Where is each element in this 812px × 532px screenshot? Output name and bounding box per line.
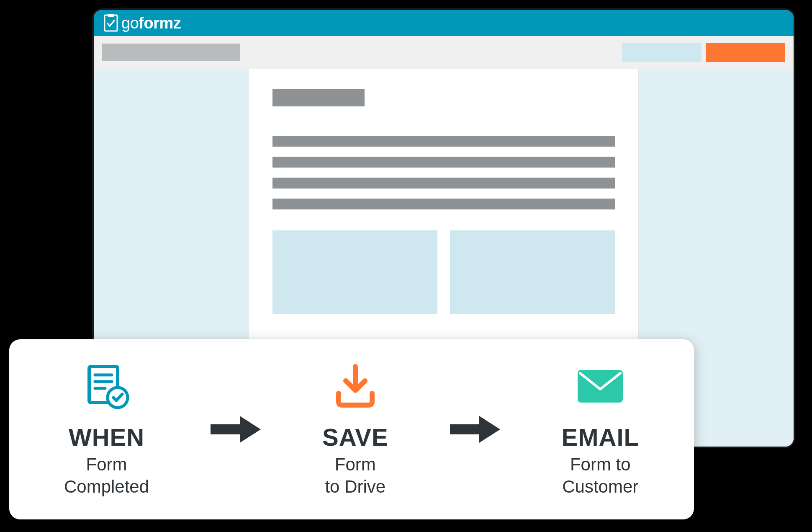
toolbar-button-primary[interactable] [706, 43, 785, 62]
form-box-row [272, 230, 615, 314]
step-title: WHEN [69, 423, 144, 451]
form-logo-icon [104, 14, 118, 32]
form-text-line [272, 178, 615, 189]
svg-rect-0 [105, 15, 117, 31]
workflow-step-save: SAVE Form to Drive [322, 361, 388, 498]
arrow-icon [448, 413, 502, 446]
step-subtitle-line: Form [86, 454, 127, 476]
toolbar-placeholder-left [102, 44, 240, 61]
step-title: SAVE [322, 423, 388, 451]
workflow-step-when: WHEN Form Completed [64, 361, 149, 498]
form-text-line [272, 199, 615, 209]
step-subtitle-line: to Drive [325, 476, 385, 498]
form-check-icon [82, 361, 132, 411]
toolbar-button-secondary[interactable] [622, 43, 702, 62]
workflow-step-email: EMAIL Form to Customer [562, 361, 639, 498]
arrow-icon [208, 413, 263, 446]
step-subtitle-line: Form to [570, 454, 631, 476]
step-subtitle-line: Customer [562, 476, 638, 498]
envelope-icon [575, 361, 625, 411]
svg-rect-1 [108, 14, 114, 17]
step-title: EMAIL [562, 423, 639, 451]
brand-logo: goformz [104, 14, 181, 32]
toolbar [94, 36, 794, 69]
form-text-line [272, 136, 615, 147]
step-subtitle-line: Completed [64, 476, 149, 498]
brand-bar: goformz [94, 10, 794, 36]
download-icon [332, 361, 378, 411]
svg-rect-8 [578, 370, 623, 403]
form-title-placeholder [272, 89, 365, 106]
form-box-placeholder [450, 230, 615, 314]
form-box-placeholder [272, 230, 437, 314]
step-subtitle-line: Form [335, 454, 376, 476]
form-text-line [272, 157, 615, 168]
workflow-card: WHEN Form Completed SAVE Form to Drive [9, 339, 694, 519]
brand-name: goformz [121, 14, 181, 32]
